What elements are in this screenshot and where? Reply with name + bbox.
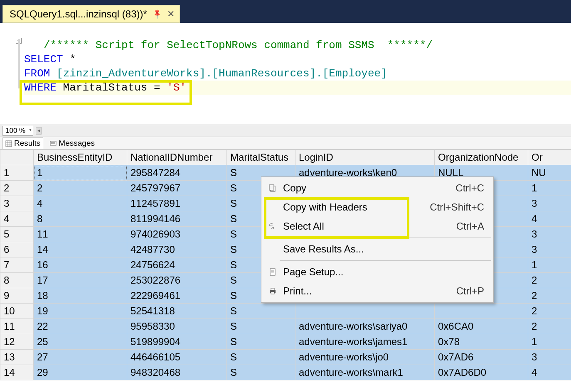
cell[interactable]: 4	[528, 211, 571, 227]
scroll-left-icon[interactable]: ◂	[36, 127, 42, 135]
cell[interactable]: 18	[34, 288, 127, 304]
cell[interactable]: S	[227, 334, 295, 350]
copy-icon	[266, 183, 279, 194]
cell[interactable]: 253022876	[127, 273, 227, 288]
cell[interactable]: 17	[34, 273, 127, 288]
row-header[interactable]: 5	[0, 227, 34, 242]
cell[interactable]: 2	[528, 304, 571, 319]
cell[interactable]: 52541318	[127, 304, 227, 319]
corner-cell[interactable]	[0, 150, 34, 165]
cell[interactable]: 8	[34, 211, 127, 227]
cell[interactable]: NU	[528, 165, 571, 181]
row-header[interactable]: 7	[0, 257, 34, 273]
tab-results[interactable]: Results	[2, 137, 43, 149]
cell[interactable]: 2	[34, 181, 127, 196]
cell[interactable]: 11	[34, 227, 127, 242]
cell[interactable]	[295, 304, 435, 319]
cell[interactable]: 2	[528, 288, 571, 304]
cell[interactable]: 1	[528, 257, 571, 273]
col-header[interactable]: NationalIDNumber	[127, 150, 227, 165]
col-header[interactable]: OrganizationNode	[435, 150, 528, 165]
row-header[interactable]: 3	[0, 196, 34, 211]
cell[interactable]: adventure-works\james1	[295, 334, 435, 350]
cell[interactable]: 245797967	[127, 181, 227, 196]
cell[interactable]: adventure-works\mark1	[295, 365, 435, 380]
cell[interactable]: 519899904	[127, 334, 227, 350]
table-row[interactable]: 1429948320468Sadventure-works\mark10x7AD…	[0, 365, 571, 380]
cell[interactable]: 4	[528, 365, 571, 380]
table-row[interactable]: 1225519899904Sadventure-works\james10x78…	[0, 334, 571, 350]
cell[interactable]: 222969461	[127, 288, 227, 304]
cell[interactable]: 1	[34, 165, 127, 181]
table-row[interactable]: 101952541318S2	[0, 304, 571, 319]
cell[interactable]: 19	[34, 304, 127, 319]
menu-separator	[280, 238, 491, 238]
cell[interactable]: 16	[34, 257, 127, 273]
row-header[interactable]: 4	[0, 211, 34, 227]
col-header[interactable]: LoginID	[295, 150, 435, 165]
cell[interactable]: 4	[34, 196, 127, 211]
col-header[interactable]: Or	[528, 150, 571, 165]
row-header[interactable]: 8	[0, 273, 34, 288]
cell[interactable]: 0x6CA0	[435, 319, 528, 334]
row-header[interactable]: 9	[0, 288, 34, 304]
cell[interactable]: 95958330	[127, 319, 227, 334]
cell[interactable]: 29	[34, 365, 127, 380]
row-header[interactable]: 10	[0, 304, 34, 319]
row-header[interactable]: 12	[0, 334, 34, 350]
col-header[interactable]: BusinessEntityID	[34, 150, 127, 165]
menu-select-all[interactable]: Select All Ctrl+A	[261, 217, 493, 236]
menu-save-results[interactable]: Save Results As...	[261, 240, 493, 259]
cell[interactable]: 2	[528, 319, 571, 334]
cell[interactable]: 3	[528, 242, 571, 257]
cell[interactable]: 2	[528, 273, 571, 288]
row-header[interactable]: 14	[0, 365, 34, 380]
menu-page-setup[interactable]: Page Setup...	[261, 262, 493, 282]
table-row[interactable]: 1327446466105Sadventure-works\jo00x7AD63	[0, 350, 571, 365]
cell[interactable]: 811994146	[127, 211, 227, 227]
cell[interactable]	[435, 304, 528, 319]
cell[interactable]: S	[227, 365, 295, 380]
tab-messages[interactable]: Messages	[47, 138, 97, 149]
cell[interactable]: 446466105	[127, 350, 227, 365]
cell[interactable]: 1	[528, 334, 571, 350]
cell[interactable]: 14	[34, 242, 127, 257]
cell[interactable]: 25	[34, 334, 127, 350]
menu-print[interactable]: Print... Ctrl+P	[261, 282, 493, 301]
zoom-dropdown[interactable]: 100 %	[2, 126, 33, 136]
cell[interactable]: 3	[528, 227, 571, 242]
cell[interactable]: 3	[528, 196, 571, 211]
cell[interactable]: 0x7AD6D0	[435, 365, 528, 380]
row-header[interactable]: 13	[0, 350, 34, 365]
cell[interactable]: 3	[528, 350, 571, 365]
cell[interactable]: 42487730	[127, 242, 227, 257]
cell[interactable]: 295847284	[127, 165, 227, 181]
zoom-value: 100 %	[5, 127, 25, 135]
cell[interactable]: 1	[528, 181, 571, 196]
cell[interactable]: 948320468	[127, 365, 227, 380]
sql-editor[interactable]: − /****** Script for SelectTopNRows comm…	[0, 23, 571, 125]
cell[interactable]: S	[227, 304, 295, 319]
row-header[interactable]: 2	[0, 181, 34, 196]
table-row[interactable]: 112295958330Sadventure-works\sariya00x6C…	[0, 319, 571, 334]
cell[interactable]: S	[227, 350, 295, 365]
cell[interactable]: 24756624	[127, 257, 227, 273]
cell[interactable]: adventure-works\jo0	[295, 350, 435, 365]
cell[interactable]: adventure-works\sariya0	[295, 319, 435, 334]
menu-copy[interactable]: Copy Ctrl+C	[261, 179, 493, 198]
cell[interactable]: 112457891	[127, 196, 227, 211]
cell[interactable]: 27	[34, 350, 127, 365]
row-header[interactable]: 11	[0, 319, 34, 334]
cell[interactable]: 0x7AD6	[435, 350, 528, 365]
row-header[interactable]: 1	[0, 165, 34, 181]
cell[interactable]: S	[227, 319, 295, 334]
menu-copy-headers[interactable]: Copy with Headers Ctrl+Shift+C	[261, 198, 493, 217]
cell[interactable]: 22	[34, 319, 127, 334]
row-header[interactable]: 6	[0, 242, 34, 257]
close-icon[interactable]: ✕	[167, 9, 175, 20]
pin-icon[interactable]: 📌	[151, 8, 163, 20]
cell[interactable]: 974026903	[127, 227, 227, 242]
cell[interactable]: 0x78	[435, 334, 528, 350]
editor-tab[interactable]: SQLQuery1.sql...inzinsql (83))* 📌 ✕	[2, 5, 180, 23]
col-header[interactable]: MaritalStatus	[227, 150, 295, 165]
